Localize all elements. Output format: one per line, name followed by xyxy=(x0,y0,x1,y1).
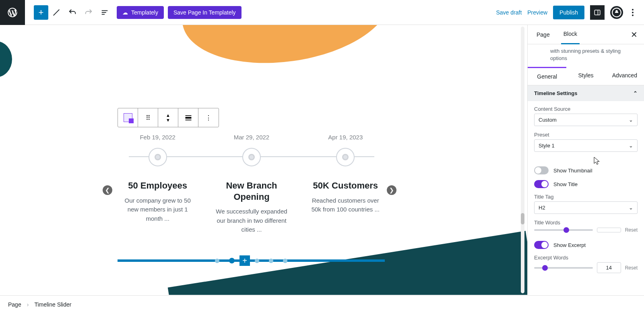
decorative-shape-teal-circle xyxy=(0,41,12,77)
block-more-button[interactable]: ⋮ xyxy=(198,108,219,127)
label-title-tag: Title Tag xyxy=(534,194,638,200)
subtab-general[interactable]: General xyxy=(528,67,566,85)
chevron-down-icon: ⌄ xyxy=(629,143,633,149)
more-options-button[interactable] xyxy=(629,6,637,19)
sidebar-tabs: Page Block ✕ xyxy=(528,25,644,44)
toggle-show-thumbnail[interactable] xyxy=(534,166,549,174)
editor-canvas: ⠿ ▲▼ ⋮ ❮ ❯ Feb 19, 2022 50 Employees Our… xyxy=(0,25,527,295)
toggle-show-excerpt[interactable] xyxy=(534,241,549,249)
cloud-icon: ☁ xyxy=(122,9,128,16)
label-excerpt-words: Excerpt Words xyxy=(534,255,638,261)
label-content-source: Content Source xyxy=(534,106,638,112)
timeline-description: Our company grew to 50 new members in ju… xyxy=(118,196,198,224)
block-type-icon[interactable] xyxy=(118,108,138,127)
pagination-dot[interactable] xyxy=(215,259,219,263)
timeline-date: Mar 29, 2022 xyxy=(234,134,269,141)
subtab-styles[interactable]: Styles xyxy=(566,67,605,85)
svg-rect-8 xyxy=(185,115,191,116)
move-updown-buttons[interactable]: ▲▼ xyxy=(158,108,178,127)
save-draft-link[interactable]: Save draft xyxy=(496,9,522,16)
timeline-description: We successfully expanded our branch in t… xyxy=(211,207,292,234)
label-show-excerpt: Show Excerpt xyxy=(553,242,586,248)
section-timeline-settings[interactable]: Timeline Settings ⌃ xyxy=(528,85,644,101)
canvas-scrollbar[interactable] xyxy=(521,27,524,293)
reset-excerpt-words[interactable]: Reset xyxy=(625,265,638,271)
breadcrumb-root[interactable]: Page xyxy=(8,301,21,308)
sidebar-toggle-button[interactable] xyxy=(590,5,605,20)
select-value: H2 xyxy=(539,205,545,211)
timeline-item: Apr 19, 2023 50K Customers Reached custo… xyxy=(305,134,386,234)
timeline-slider-block[interactable]: ❮ ❯ Feb 19, 2022 50 Employees Our compan… xyxy=(111,134,392,234)
timeline-title: New Branch Opening xyxy=(211,180,292,202)
timeline-title: 50 Employees xyxy=(128,180,187,191)
select-preset[interactable]: Style 1 ⌄ xyxy=(534,139,638,152)
close-sidebar-button[interactable]: ✕ xyxy=(631,30,638,39)
svg-rect-9 xyxy=(185,117,191,118)
svg-rect-10 xyxy=(185,120,191,120)
subtab-advanced[interactable]: Advanced xyxy=(605,67,644,85)
slider-title-words[interactable] xyxy=(534,229,593,231)
svg-rect-0 xyxy=(102,10,108,11)
redo-button[interactable] xyxy=(80,4,97,21)
select-value: Custom xyxy=(539,117,557,123)
wordpress-logo[interactable] xyxy=(0,0,25,25)
breadcrumb: Page › Timeline Slider xyxy=(0,295,644,313)
settings-sidebar: Page Block ✕ with stunning presets & sty… xyxy=(527,25,644,295)
select-title-tag[interactable]: H2 ⌄ xyxy=(534,201,638,214)
tab-page[interactable]: Page xyxy=(534,25,552,44)
pagination-dot-active[interactable] xyxy=(229,258,235,263)
add-block-button[interactable]: + xyxy=(34,5,48,20)
pagination-dot[interactable] xyxy=(283,259,287,263)
timeline-node-icon xyxy=(149,148,167,166)
label-show-title: Show Title xyxy=(553,181,578,187)
save-templately-label: Save Page In Templately xyxy=(173,9,236,16)
timeline-date: Apr 19, 2023 xyxy=(328,134,363,141)
preview-link[interactable]: Preview xyxy=(527,9,547,16)
timeline-date: Feb 19, 2022 xyxy=(140,134,175,141)
timeline-title: 50K Customers xyxy=(313,180,378,191)
block-settings-tabs: General Styles Advanced xyxy=(528,67,644,85)
publish-button[interactable]: Publish xyxy=(553,6,584,19)
svg-rect-2 xyxy=(102,14,105,15)
reset-title-words[interactable]: Reset xyxy=(625,227,638,233)
select-value: Style 1 xyxy=(539,143,555,149)
timeline-pagination[interactable]: + xyxy=(118,259,385,262)
breadcrumb-separator-icon: › xyxy=(27,301,29,308)
add-timeline-item-button[interactable]: + xyxy=(239,255,250,266)
save-templately-button[interactable]: Save Page In Templately xyxy=(168,6,242,19)
timeline-node-icon xyxy=(336,148,355,166)
chevron-down-icon: ⌄ xyxy=(629,117,633,123)
pagination-dot[interactable] xyxy=(255,259,259,263)
tab-block[interactable]: Block xyxy=(561,25,580,44)
label-show-thumbnail: Show Thumbnail xyxy=(553,168,592,174)
slider-excerpt-words[interactable] xyxy=(534,267,593,269)
breadcrumb-current[interactable]: Timeline Slider xyxy=(34,301,71,308)
select-content-source[interactable]: Custom ⌄ xyxy=(534,114,638,126)
label-preset: Preset xyxy=(534,132,638,138)
input-title-words[interactable] xyxy=(597,228,621,232)
edit-icon[interactable] xyxy=(48,4,64,21)
pagination-dot[interactable] xyxy=(269,259,273,263)
align-button[interactable] xyxy=(178,108,198,127)
timeline-item: Mar 29, 2022 New Branch Opening We succe… xyxy=(211,134,292,234)
user-avatar[interactable] xyxy=(610,6,623,19)
timeline-description: Reached customers over 50k from 100 coun… xyxy=(305,196,386,214)
section-title: Timeline Settings xyxy=(534,90,577,96)
top-toolbar: + ☁ Templately Save Page In Templately S… xyxy=(0,0,644,25)
toggle-show-title[interactable] xyxy=(534,180,549,188)
timeline-node-icon xyxy=(242,148,261,166)
decorative-shape-orange xyxy=(182,25,397,76)
details-icon[interactable] xyxy=(97,4,113,21)
chevron-down-icon: ⌄ xyxy=(629,205,633,211)
input-excerpt-words[interactable]: 14 xyxy=(597,262,621,273)
drag-handle[interactable]: ⠿ xyxy=(138,108,158,127)
svg-rect-3 xyxy=(594,10,600,15)
timeline-item: Feb 19, 2022 50 Employees Our company gr… xyxy=(118,134,198,234)
chevron-up-icon: ⌃ xyxy=(633,90,638,96)
block-toolbar: ⠿ ▲▼ ⋮ xyxy=(118,108,219,127)
templately-label: Templately xyxy=(131,9,158,16)
block-description: with stunning presets & styling options xyxy=(528,44,644,67)
undo-button[interactable] xyxy=(64,4,80,21)
label-title-words: Title Words xyxy=(534,220,638,226)
templately-button[interactable]: ☁ Templately xyxy=(117,6,164,19)
